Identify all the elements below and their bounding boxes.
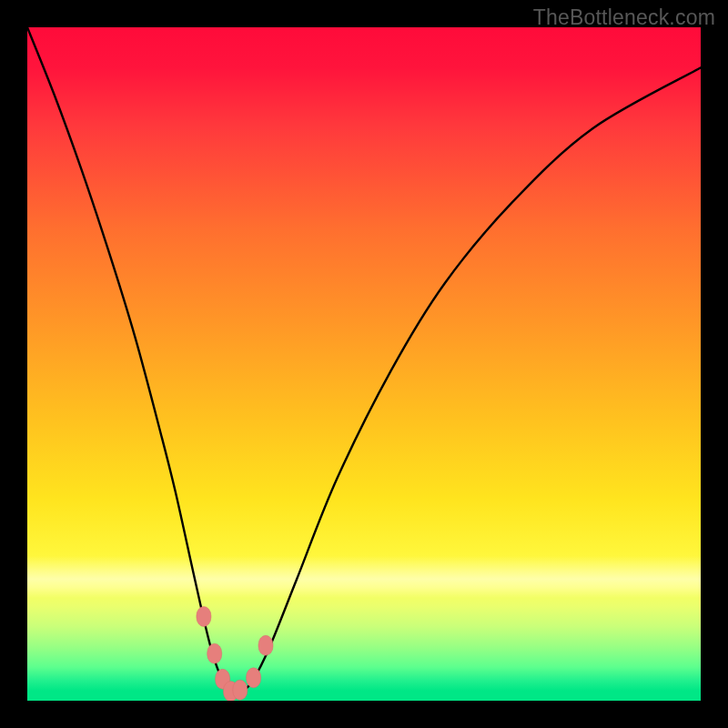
marker-blob: [207, 643, 222, 663]
marker-blob: [197, 607, 211, 627]
plot-area: [27, 27, 701, 701]
bottleneck-curve: [27, 27, 701, 701]
marker-blob: [233, 680, 248, 700]
marker-cluster: [197, 607, 273, 702]
marker-blob: [247, 668, 261, 688]
watermark-text: TheBottleneck.com: [533, 5, 715, 30]
curve-path: [27, 27, 701, 694]
chart-stage: TheBottleneck.com: [0, 0, 728, 728]
marker-blob: [258, 635, 273, 655]
